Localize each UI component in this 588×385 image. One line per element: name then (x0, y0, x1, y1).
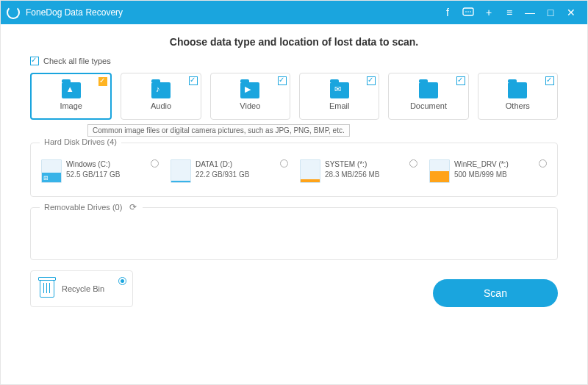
close-icon[interactable]: ✕ (561, 2, 581, 23)
drive-item[interactable]: SYSTEM (*:)28.3 MB/256 MB (300, 159, 417, 183)
hdd-section: Hard Disk Drives (4) ⊞Windows (C:)52.5 G… (30, 143, 558, 197)
drive-info: SYSTEM (*:)28.3 MB/256 MB (325, 159, 379, 180)
email-icon: ✉ (330, 82, 349, 98)
drive-size: 28.3 MB/256 MB (325, 170, 379, 180)
drive-item[interactable]: WinRE_DRV (*:)500 MB/999 MB (429, 159, 547, 183)
menu-icon[interactable]: ≡ (499, 2, 520, 23)
drive-item[interactable]: ⊞Windows (C:)52.5 GB/117 GB (41, 159, 159, 183)
drive-info: Windows (C:)52.5 GB/117 GB (66, 159, 120, 180)
trash-icon (40, 280, 54, 298)
type-tooltip: Common image files or digital camera pic… (87, 124, 350, 137)
audio-icon: ♪ (151, 82, 171, 98)
drive-name: Windows (C:) (66, 159, 120, 170)
svg-point-3 (470, 11, 471, 12)
check-all-row[interactable]: Check all file types (30, 57, 558, 65)
removable-section-title: Removable Drives (0) ⟳ (40, 202, 143, 212)
titlebar: FoneDog Data Recovery f + ≡ — □ ✕ (1, 1, 587, 24)
drive-radio[interactable] (539, 159, 547, 168)
app-logo-icon (7, 6, 20, 19)
type-checkbox[interactable] (98, 77, 107, 86)
drive-radio[interactable] (409, 159, 417, 168)
type-card-image[interactable]: ▲Image (30, 73, 112, 120)
drive-icon (429, 159, 450, 183)
check-all-checkbox[interactable] (30, 57, 39, 65)
file-type-grid: ▲Image♪Audio▶Video✉EmailDocumentOthers (30, 73, 558, 120)
type-checkbox[interactable] (367, 76, 376, 85)
type-label: Email (329, 101, 350, 110)
drive-size: 500 MB/999 MB (454, 170, 509, 180)
facebook-icon[interactable]: f (437, 2, 458, 23)
video-icon: ▶ (240, 82, 259, 98)
type-card-video[interactable]: ▶Video (210, 73, 290, 120)
type-label: Document (410, 101, 447, 110)
image-icon: ▲ (62, 82, 81, 98)
recycle-bin-card[interactable]: Recycle Bin (30, 270, 133, 307)
drive-icon: ⊞ (41, 159, 62, 183)
svg-point-2 (467, 11, 469, 12)
maximize-icon[interactable]: □ (540, 2, 561, 23)
drive-name: DATA1 (D:) (196, 159, 249, 170)
drive-name: WinRE_DRV (*:) (454, 159, 509, 170)
document-icon (419, 82, 438, 98)
add-icon[interactable]: + (478, 2, 499, 23)
drive-name: SYSTEM (*:) (325, 159, 379, 170)
drive-radio[interactable] (280, 159, 288, 168)
recycle-bin-label: Recycle Bin (62, 284, 104, 293)
main-content: Choose data type and location of lost da… (1, 24, 587, 316)
app-title: FoneDog Data Recovery (26, 7, 437, 18)
type-label: Image (60, 101, 82, 110)
feedback-icon[interactable] (458, 2, 478, 23)
drive-size: 22.2 GB/931 GB (196, 170, 249, 180)
type-label: Video (240, 101, 260, 110)
svg-point-1 (465, 11, 467, 12)
hdd-drives-row: ⊞Windows (C:)52.5 GB/117 GBDATA1 (D:)22.… (41, 159, 547, 183)
removable-title-text: Removable Drives (0) (44, 203, 122, 212)
type-card-email[interactable]: ✉Email (299, 73, 379, 120)
bottom-row: Recycle Bin Scan (30, 270, 558, 307)
drive-item[interactable]: DATA1 (D:)22.2 GB/931 GB (171, 159, 288, 183)
type-checkbox[interactable] (456, 76, 465, 85)
others-icon (508, 82, 527, 98)
removable-section: Removable Drives (0) ⟳ (30, 207, 558, 260)
minimize-icon[interactable]: — (520, 2, 540, 23)
drive-icon (171, 159, 191, 183)
drive-info: WinRE_DRV (*:)500 MB/999 MB (454, 159, 509, 180)
drive-icon (300, 159, 320, 183)
type-checkbox[interactable] (278, 76, 287, 85)
type-card-audio[interactable]: ♪Audio (121, 73, 201, 120)
recycle-bin-radio[interactable] (118, 277, 126, 285)
scan-button[interactable]: Scan (433, 279, 558, 307)
type-label: Audio (151, 101, 171, 110)
type-checkbox[interactable] (189, 76, 198, 85)
type-card-document[interactable]: Document (388, 73, 468, 120)
type-card-others[interactable]: Others (478, 73, 558, 120)
check-all-label: Check all file types (43, 57, 111, 65)
refresh-icon[interactable]: ⟳ (128, 202, 138, 212)
drive-info: DATA1 (D:)22.2 GB/931 GB (196, 159, 249, 180)
hdd-section-title: Hard Disk Drives (4) (40, 137, 121, 146)
drive-radio[interactable] (151, 159, 159, 168)
type-checkbox[interactable] (545, 76, 554, 85)
page-heading: Choose data type and location of lost da… (30, 36, 558, 48)
drive-size: 52.5 GB/117 GB (66, 170, 120, 180)
windows-logo-icon: ⊞ (43, 175, 49, 181)
type-label: Others (506, 101, 530, 110)
